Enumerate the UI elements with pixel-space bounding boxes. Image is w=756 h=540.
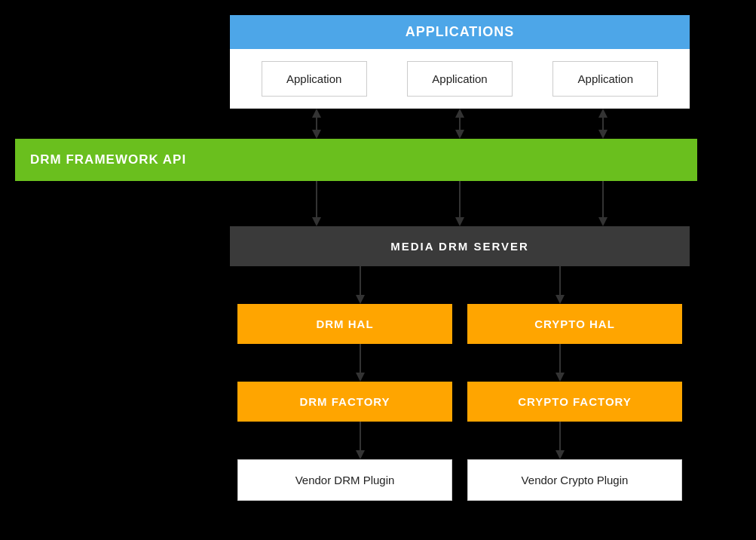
- down-arrow-factory-2: [460, 344, 660, 382]
- bi-arrow-1-svg: [311, 109, 322, 139]
- bi-arrow-3-svg: [598, 109, 608, 139]
- arrows-row-1: [230, 109, 690, 139]
- app-box-3: Application: [552, 61, 658, 97]
- svg-marker-24: [356, 450, 365, 459]
- app-box-1: Application: [262, 61, 367, 97]
- drm-hal-box: DRM HAL: [237, 304, 452, 344]
- drm-factory-box: DRM FACTORY: [237, 382, 452, 422]
- down-arrow-hal-1: [260, 266, 460, 304]
- arrows-row-4: [230, 344, 690, 382]
- down-arrow-plugin-1: [260, 422, 460, 459]
- svg-marker-6: [598, 109, 608, 118]
- down-arrow-factory-2-svg: [555, 344, 565, 382]
- hal-row: DRM HAL CRYPTO HAL: [230, 304, 690, 344]
- down-arrow-2: [407, 181, 513, 226]
- down-arrow-factory-1: [260, 344, 460, 382]
- svg-marker-3: [455, 109, 464, 118]
- applications-header: APPLICATIONS: [230, 15, 690, 49]
- down-arrow-hal-1-svg: [355, 266, 366, 304]
- svg-marker-16: [356, 295, 365, 304]
- down-arrow-factory-1-svg: [355, 344, 366, 382]
- applications-block: APPLICATIONS Application Application App…: [230, 15, 690, 109]
- down-arrow-plugin-2-svg: [555, 422, 565, 459]
- svg-marker-14: [598, 217, 608, 226]
- svg-marker-26: [556, 450, 565, 459]
- bi-arrow-2-svg: [455, 109, 465, 139]
- down-arrow-3-svg: [598, 181, 608, 226]
- factory-row: DRM FACTORY CRYPTO FACTORY: [230, 382, 690, 422]
- svg-marker-5: [455, 130, 464, 139]
- diagram-container: APPLICATIONS Application Application App…: [8, 15, 739, 501]
- svg-marker-12: [455, 217, 464, 226]
- arrows-row-3: [230, 266, 690, 304]
- bi-arrow-1: [264, 109, 369, 139]
- down-arrow-3: [550, 181, 656, 226]
- app-box-2: Application: [407, 61, 513, 97]
- down-arrow-hal-2: [460, 266, 660, 304]
- applications-boxes: Application Application Application: [230, 49, 690, 109]
- svg-marker-22: [556, 373, 565, 382]
- crypto-hal-box: CRYPTO HAL: [467, 304, 682, 344]
- down-arrow-1: [264, 181, 369, 226]
- arrows-row-2: [230, 181, 690, 226]
- down-arrow-2-svg: [455, 181, 465, 226]
- down-arrow-1-svg: [311, 181, 322, 226]
- bi-arrow-2: [407, 109, 513, 139]
- svg-marker-20: [356, 373, 365, 382]
- vendor-crypto-plugin-box: Vendor Crypto Plugin: [467, 459, 682, 501]
- media-drm-server: MEDIA DRM SERVER: [230, 226, 690, 266]
- svg-marker-0: [312, 109, 321, 118]
- down-arrow-plugin-2: [460, 422, 660, 459]
- plugin-row: Vendor DRM Plugin Vendor Crypto Plugin: [230, 459, 690, 501]
- drm-framework: DRM FRAMEWORK API: [15, 139, 697, 181]
- crypto-factory-box: CRYPTO FACTORY: [467, 382, 682, 422]
- svg-marker-18: [556, 295, 565, 304]
- arrows-row-5: [230, 422, 690, 459]
- down-arrow-plugin-1-svg: [355, 422, 366, 459]
- down-arrow-hal-2-svg: [555, 266, 565, 304]
- svg-marker-8: [598, 130, 608, 139]
- vendor-drm-plugin-box: Vendor DRM Plugin: [237, 459, 452, 501]
- bi-arrow-3: [550, 109, 656, 139]
- svg-marker-2: [312, 130, 321, 139]
- svg-marker-10: [312, 217, 321, 226]
